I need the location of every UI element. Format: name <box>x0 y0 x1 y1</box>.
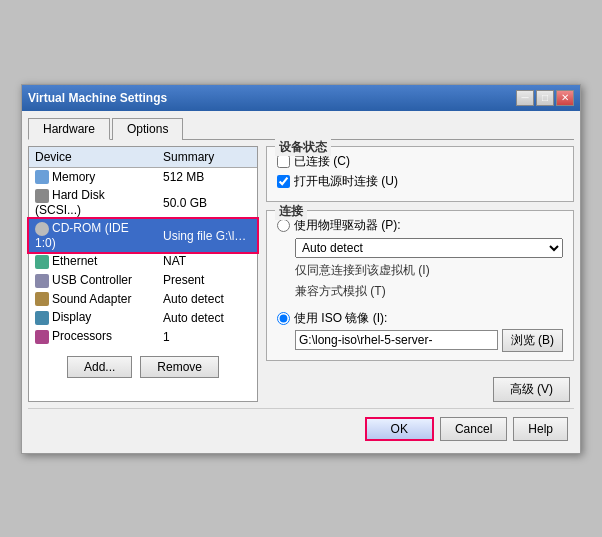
advanced-button[interactable]: 高级 (V) <box>493 377 570 402</box>
table-row[interactable]: DisplayAuto detect <box>29 308 257 327</box>
cdrom-icon <box>35 222 49 236</box>
iso-path-row: 浏览 (B) <box>295 329 563 352</box>
device-summary-cell: 512 MB <box>157 167 257 186</box>
device-label: Display <box>52 310 91 324</box>
device-name-cell: Hard Disk (SCSI...) <box>29 186 157 219</box>
device-name-cell: Memory <box>29 167 157 186</box>
iso-path-input[interactable] <box>295 330 498 350</box>
help-button[interactable]: Help <box>513 417 568 441</box>
maximize-button[interactable]: □ <box>536 90 554 106</box>
device-name-cell: Ethernet <box>29 252 157 271</box>
device-status-section: 设备状态 已连接 (C) 打开电源时连接 (U) <box>266 146 574 202</box>
physical-drive-row: 使用物理驱动器 (P): <box>277 217 563 234</box>
title-bar: Virtual Machine Settings ─ □ ✕ <box>22 85 580 111</box>
cancel-button[interactable]: Cancel <box>440 417 507 441</box>
device-label: Ethernet <box>52 254 97 268</box>
device-name-cell: CD-ROM (IDE 1:0) <box>29 219 157 252</box>
device-summary-cell: Using file G:\long-iso\vh... <box>157 219 257 252</box>
ok-button[interactable]: OK <box>365 417 434 441</box>
device-panel: Device Summary Memory512 MBHard Disk (SC… <box>28 146 258 402</box>
auto-detect-select-row: Auto detect <box>295 238 563 258</box>
device-status-title: 设备状态 <box>275 139 331 156</box>
device-summary-cell: Auto detect <box>157 308 257 327</box>
col-summary: Summary <box>157 147 257 168</box>
iso-radio-row: 使用 ISO 镜像 (I): 浏览 (B) <box>277 310 563 352</box>
power-on-row: 打开电源时连接 (U) <box>277 173 563 190</box>
window-body: Hardware Options Device Summary Memory51… <box>22 111 580 453</box>
device-summary-cell: 50.0 GB <box>157 186 257 219</box>
connection-section: 连接 使用物理驱动器 (P): Auto detect 仅同意连接到该虚拟机 (… <box>266 210 574 361</box>
advanced-row: 高级 (V) <box>266 377 574 402</box>
device-label: Sound Adapter <box>52 292 131 306</box>
device-name-cell: USB Controller <box>29 271 157 290</box>
connected-checkbox[interactable] <box>277 155 290 168</box>
table-row[interactable]: Sound AdapterAuto detect <box>29 290 257 309</box>
table-row[interactable]: EthernetNAT <box>29 252 257 271</box>
device-summary-cell: NAT <box>157 252 257 271</box>
connection-title: 连接 <box>275 203 307 220</box>
device-panel-buttons: Add... Remove <box>29 352 257 382</box>
connection-radio-group: 使用物理驱动器 (P): Auto detect 仅同意连接到该虚拟机 (I) … <box>277 217 563 352</box>
device-table: Device Summary Memory512 MBHard Disk (SC… <box>29 147 257 347</box>
add-button[interactable]: Add... <box>67 356 132 378</box>
minimize-button[interactable]: ─ <box>516 90 534 106</box>
device-label: USB Controller <box>52 273 132 287</box>
usb-icon <box>35 274 49 288</box>
display-icon <box>35 311 49 325</box>
sound-icon <box>35 292 49 306</box>
use-iso-label: 使用 ISO 镜像 (I): <box>294 310 387 327</box>
device-summary-cell: Present <box>157 271 257 290</box>
device-label: CD-ROM (IDE 1:0) <box>35 221 129 250</box>
window-title: Virtual Machine Settings <box>28 91 167 105</box>
table-row[interactable]: CD-ROM (IDE 1:0)Using file G:\long-iso\v… <box>29 219 257 252</box>
device-summary-cell: Auto detect <box>157 290 257 309</box>
compat-mode-label: 兼容方式模拟 (T) <box>295 283 563 300</box>
power-on-label: 打开电源时连接 (U) <box>294 173 398 190</box>
col-device: Device <box>29 147 157 168</box>
table-row[interactable]: USB ControllerPresent <box>29 271 257 290</box>
footer-buttons: OK Cancel Help <box>28 408 574 447</box>
browse-button[interactable]: 浏览 (B) <box>502 329 563 352</box>
table-row[interactable]: Memory512 MB <box>29 167 257 186</box>
right-panel: 设备状态 已连接 (C) 打开电源时连接 (U) 连接 <box>266 146 574 402</box>
cpu-icon <box>35 330 49 344</box>
physical-drive-label: 使用物理驱动器 (P): <box>294 217 401 234</box>
drive-select[interactable]: Auto detect <box>295 238 563 258</box>
table-header: Device Summary <box>29 147 257 168</box>
device-summary-cell: 1 <box>157 327 257 346</box>
tab-hardware[interactable]: Hardware <box>28 118 110 140</box>
title-bar-buttons: ─ □ ✕ <box>516 90 574 106</box>
content-area: Device Summary Memory512 MBHard Disk (SC… <box>28 146 574 402</box>
device-name-cell: Sound Adapter <box>29 290 157 309</box>
physical-drive-radio[interactable] <box>277 219 290 232</box>
tab-bar: Hardware Options <box>28 117 574 140</box>
virtual-machine-settings-window: Virtual Machine Settings ─ □ ✕ Hardware … <box>21 84 581 454</box>
iso-radio[interactable] <box>277 312 290 325</box>
device-label: Memory <box>52 170 95 184</box>
eth-icon <box>35 255 49 269</box>
device-name-cell: Processors <box>29 327 157 346</box>
remove-button[interactable]: Remove <box>140 356 219 378</box>
device-label: Processors <box>52 329 112 343</box>
close-button[interactable]: ✕ <box>556 90 574 106</box>
memory-icon <box>35 170 49 184</box>
device-name-cell: Display <box>29 308 157 327</box>
power-on-checkbox[interactable] <box>277 175 290 188</box>
tab-options[interactable]: Options <box>112 118 183 140</box>
disk-icon <box>35 189 49 203</box>
table-row[interactable]: Processors1 <box>29 327 257 346</box>
only-connect-label: 仅同意连接到该虚拟机 (I) <box>295 262 563 279</box>
table-row[interactable]: Hard Disk (SCSI...)50.0 GB <box>29 186 257 219</box>
